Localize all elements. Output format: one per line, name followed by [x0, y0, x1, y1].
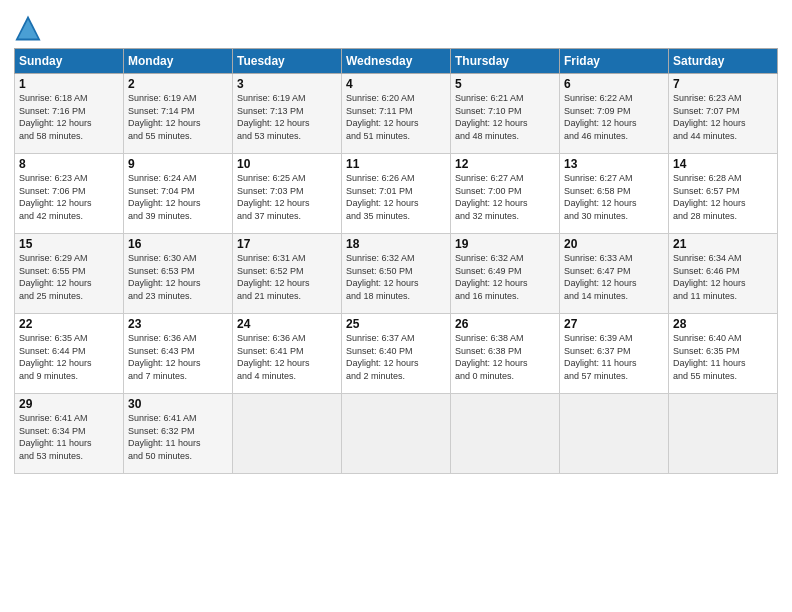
day-info: Sunrise: 6:36 AMSunset: 6:41 PMDaylight:…: [237, 332, 337, 382]
calendar-cell: 21Sunrise: 6:34 AMSunset: 6:46 PMDayligh…: [669, 234, 778, 314]
day-number: 18: [346, 237, 446, 251]
calendar-cell: 28Sunrise: 6:40 AMSunset: 6:35 PMDayligh…: [669, 314, 778, 394]
calendar-cell: 14Sunrise: 6:28 AMSunset: 6:57 PMDayligh…: [669, 154, 778, 234]
day-number: 10: [237, 157, 337, 171]
day-number: 17: [237, 237, 337, 251]
calendar-table: SundayMondayTuesdayWednesdayThursdayFrid…: [14, 48, 778, 474]
calendar-cell: 16Sunrise: 6:30 AMSunset: 6:53 PMDayligh…: [124, 234, 233, 314]
logo: [14, 14, 44, 42]
day-number: 30: [128, 397, 228, 411]
weekday-header: Sunday: [15, 49, 124, 74]
day-number: 25: [346, 317, 446, 331]
calendar-body: 1Sunrise: 6:18 AMSunset: 7:16 PMDaylight…: [15, 74, 778, 474]
day-info: Sunrise: 6:39 AMSunset: 6:37 PMDaylight:…: [564, 332, 664, 382]
weekday-header: Tuesday: [233, 49, 342, 74]
weekday-header: Friday: [560, 49, 669, 74]
calendar-cell: 3Sunrise: 6:19 AMSunset: 7:13 PMDaylight…: [233, 74, 342, 154]
day-number: 14: [673, 157, 773, 171]
day-number: 26: [455, 317, 555, 331]
day-number: 22: [19, 317, 119, 331]
calendar-cell: [669, 394, 778, 474]
day-info: Sunrise: 6:25 AMSunset: 7:03 PMDaylight:…: [237, 172, 337, 222]
calendar-cell: 18Sunrise: 6:32 AMSunset: 6:50 PMDayligh…: [342, 234, 451, 314]
calendar-cell: 22Sunrise: 6:35 AMSunset: 6:44 PMDayligh…: [15, 314, 124, 394]
day-info: Sunrise: 6:24 AMSunset: 7:04 PMDaylight:…: [128, 172, 228, 222]
day-number: 19: [455, 237, 555, 251]
calendar-cell: 25Sunrise: 6:37 AMSunset: 6:40 PMDayligh…: [342, 314, 451, 394]
day-info: Sunrise: 6:28 AMSunset: 6:57 PMDaylight:…: [673, 172, 773, 222]
calendar-cell: 2Sunrise: 6:19 AMSunset: 7:14 PMDaylight…: [124, 74, 233, 154]
day-number: 5: [455, 77, 555, 91]
day-number: 23: [128, 317, 228, 331]
day-number: 13: [564, 157, 664, 171]
day-info: Sunrise: 6:19 AMSunset: 7:13 PMDaylight:…: [237, 92, 337, 142]
day-info: Sunrise: 6:20 AMSunset: 7:11 PMDaylight:…: [346, 92, 446, 142]
day-number: 29: [19, 397, 119, 411]
calendar-cell: [233, 394, 342, 474]
calendar-cell: 10Sunrise: 6:25 AMSunset: 7:03 PMDayligh…: [233, 154, 342, 234]
calendar-cell: 17Sunrise: 6:31 AMSunset: 6:52 PMDayligh…: [233, 234, 342, 314]
day-info: Sunrise: 6:23 AMSunset: 7:07 PMDaylight:…: [673, 92, 773, 142]
calendar-cell: 11Sunrise: 6:26 AMSunset: 7:01 PMDayligh…: [342, 154, 451, 234]
day-info: Sunrise: 6:23 AMSunset: 7:06 PMDaylight:…: [19, 172, 119, 222]
day-info: Sunrise: 6:26 AMSunset: 7:01 PMDaylight:…: [346, 172, 446, 222]
day-info: Sunrise: 6:19 AMSunset: 7:14 PMDaylight:…: [128, 92, 228, 142]
day-info: Sunrise: 6:22 AMSunset: 7:09 PMDaylight:…: [564, 92, 664, 142]
day-number: 4: [346, 77, 446, 91]
page-container: SundayMondayTuesdayWednesdayThursdayFrid…: [0, 0, 792, 482]
day-info: Sunrise: 6:34 AMSunset: 6:46 PMDaylight:…: [673, 252, 773, 302]
calendar-cell: 8Sunrise: 6:23 AMSunset: 7:06 PMDaylight…: [15, 154, 124, 234]
calendar-cell: [451, 394, 560, 474]
day-number: 15: [19, 237, 119, 251]
day-number: 21: [673, 237, 773, 251]
day-number: 6: [564, 77, 664, 91]
calendar-cell: 1Sunrise: 6:18 AMSunset: 7:16 PMDaylight…: [15, 74, 124, 154]
calendar-cell: 5Sunrise: 6:21 AMSunset: 7:10 PMDaylight…: [451, 74, 560, 154]
calendar-cell: 15Sunrise: 6:29 AMSunset: 6:55 PMDayligh…: [15, 234, 124, 314]
day-number: 27: [564, 317, 664, 331]
calendar-cell: 29Sunrise: 6:41 AMSunset: 6:34 PMDayligh…: [15, 394, 124, 474]
calendar-cell: 13Sunrise: 6:27 AMSunset: 6:58 PMDayligh…: [560, 154, 669, 234]
calendar-cell: 19Sunrise: 6:32 AMSunset: 6:49 PMDayligh…: [451, 234, 560, 314]
day-info: Sunrise: 6:21 AMSunset: 7:10 PMDaylight:…: [455, 92, 555, 142]
calendar-cell: 12Sunrise: 6:27 AMSunset: 7:00 PMDayligh…: [451, 154, 560, 234]
day-info: Sunrise: 6:36 AMSunset: 6:43 PMDaylight:…: [128, 332, 228, 382]
day-info: Sunrise: 6:32 AMSunset: 6:50 PMDaylight:…: [346, 252, 446, 302]
day-info: Sunrise: 6:31 AMSunset: 6:52 PMDaylight:…: [237, 252, 337, 302]
calendar-cell: 26Sunrise: 6:38 AMSunset: 6:38 PMDayligh…: [451, 314, 560, 394]
day-info: Sunrise: 6:32 AMSunset: 6:49 PMDaylight:…: [455, 252, 555, 302]
calendar-cell: 20Sunrise: 6:33 AMSunset: 6:47 PMDayligh…: [560, 234, 669, 314]
day-info: Sunrise: 6:37 AMSunset: 6:40 PMDaylight:…: [346, 332, 446, 382]
day-number: 7: [673, 77, 773, 91]
day-info: Sunrise: 6:40 AMSunset: 6:35 PMDaylight:…: [673, 332, 773, 382]
weekday-header: Thursday: [451, 49, 560, 74]
day-info: Sunrise: 6:41 AMSunset: 6:34 PMDaylight:…: [19, 412, 119, 462]
weekday-header: Saturday: [669, 49, 778, 74]
day-info: Sunrise: 6:33 AMSunset: 6:47 PMDaylight:…: [564, 252, 664, 302]
calendar-cell: 6Sunrise: 6:22 AMSunset: 7:09 PMDaylight…: [560, 74, 669, 154]
day-number: 28: [673, 317, 773, 331]
day-info: Sunrise: 6:18 AMSunset: 7:16 PMDaylight:…: [19, 92, 119, 142]
day-number: 16: [128, 237, 228, 251]
calendar-cell: 4Sunrise: 6:20 AMSunset: 7:11 PMDaylight…: [342, 74, 451, 154]
calendar-cell: 7Sunrise: 6:23 AMSunset: 7:07 PMDaylight…: [669, 74, 778, 154]
day-info: Sunrise: 6:41 AMSunset: 6:32 PMDaylight:…: [128, 412, 228, 462]
day-number: 3: [237, 77, 337, 91]
calendar-cell: 9Sunrise: 6:24 AMSunset: 7:04 PMDaylight…: [124, 154, 233, 234]
logo-icon: [14, 14, 42, 42]
day-info: Sunrise: 6:38 AMSunset: 6:38 PMDaylight:…: [455, 332, 555, 382]
day-number: 20: [564, 237, 664, 251]
day-number: 11: [346, 157, 446, 171]
calendar-cell: 27Sunrise: 6:39 AMSunset: 6:37 PMDayligh…: [560, 314, 669, 394]
day-number: 12: [455, 157, 555, 171]
calendar-cell: 23Sunrise: 6:36 AMSunset: 6:43 PMDayligh…: [124, 314, 233, 394]
day-number: 1: [19, 77, 119, 91]
page-header: [14, 10, 778, 42]
weekday-header: Monday: [124, 49, 233, 74]
day-info: Sunrise: 6:27 AMSunset: 6:58 PMDaylight:…: [564, 172, 664, 222]
day-info: Sunrise: 6:30 AMSunset: 6:53 PMDaylight:…: [128, 252, 228, 302]
day-info: Sunrise: 6:27 AMSunset: 7:00 PMDaylight:…: [455, 172, 555, 222]
day-number: 2: [128, 77, 228, 91]
day-info: Sunrise: 6:35 AMSunset: 6:44 PMDaylight:…: [19, 332, 119, 382]
calendar-cell: 24Sunrise: 6:36 AMSunset: 6:41 PMDayligh…: [233, 314, 342, 394]
